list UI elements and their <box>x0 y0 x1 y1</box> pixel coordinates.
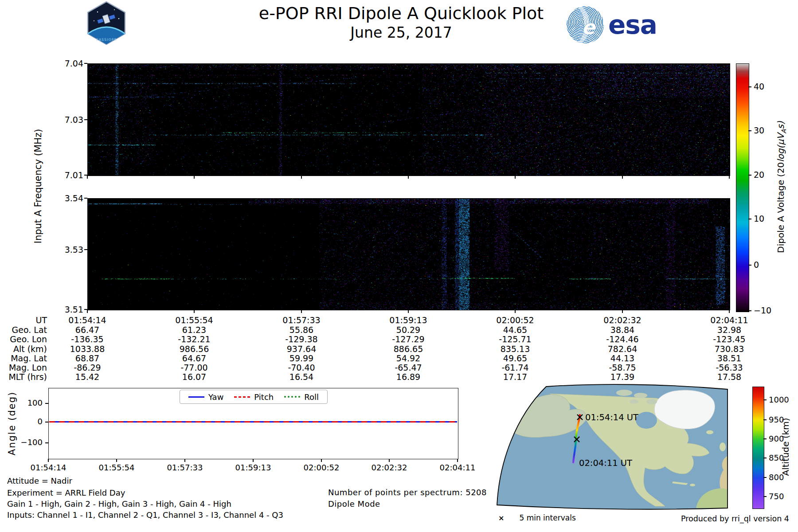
table-cell: -61.74 <box>462 363 568 372</box>
axis-tick-mark <box>184 459 185 462</box>
map-iceland <box>706 430 713 434</box>
table-cell: 15.42 <box>34 372 141 382</box>
table-cell: -129.38 <box>248 334 355 344</box>
altitude-colorbar <box>752 387 764 509</box>
table-cell: -65.47 <box>355 363 462 372</box>
cassiope-logo-text: CASSIOPE <box>96 38 117 42</box>
table-cell: 61.23 <box>141 325 247 335</box>
legend-label: Pitch <box>254 392 274 402</box>
axis-tick-mark <box>748 175 751 176</box>
legend-item-pitch: Pitch <box>234 392 274 402</box>
table-cell: 782.64 <box>569 344 676 354</box>
table-cell: 66.47 <box>34 325 141 335</box>
angle-xtick-label: 02:02:32 <box>363 463 416 472</box>
table-cell: 730.83 <box>676 344 782 354</box>
table-cell: 44.65 <box>462 325 568 335</box>
axis-tick-mark <box>45 403 48 404</box>
axis-tick-mark <box>408 176 409 179</box>
table-cell: -70.40 <box>248 363 355 372</box>
attitude-note: Attitude = Nadir <box>7 476 72 485</box>
colorbar-tick-label: 30 <box>754 125 764 135</box>
axis-tick-mark <box>45 442 48 443</box>
table-cell: -124.46 <box>569 334 676 344</box>
axis-tick-mark <box>763 477 767 478</box>
map-arctic-island <box>630 399 638 404</box>
quicklook-figure: CASSIOPE e-POP RRI Dipole A Quicklook Pl… <box>0 0 798 532</box>
axis-tick-mark <box>389 459 390 462</box>
axis-tick-mark <box>45 422 48 422</box>
axis-tick-mark <box>748 219 751 219</box>
axis-tick-mark <box>763 496 767 497</box>
colorbar-tick-label: 0 <box>754 260 759 270</box>
table-cell: 44.13 <box>569 353 676 363</box>
legend-item-roll: Roll <box>284 392 319 402</box>
axis-tick-mark <box>763 399 767 400</box>
axis-tick-mark <box>301 176 302 179</box>
freq-tick-label: 3.54 <box>56 193 83 203</box>
legend-label: Yaw <box>208 392 223 402</box>
ground-track-map: 01:54:14 UT 02:04:11 UT <box>470 380 736 511</box>
gain-note: Gain 1 - High, Gain 2 - High, Gain 3 - H… <box>7 499 231 509</box>
axis-tick-mark <box>84 198 87 199</box>
voltage-colorbar <box>736 63 749 312</box>
map-hispaniola <box>690 484 695 486</box>
table-cell: -58.75 <box>569 363 676 372</box>
freq-tick-label: 3.53 <box>56 245 83 254</box>
freq-tick-label: 7.01 <box>56 170 83 180</box>
axis-tick-mark <box>763 438 767 439</box>
map-uk <box>720 442 726 451</box>
table-cell: -86.29 <box>34 363 141 372</box>
track-start-label: 01:54:14 UT <box>585 412 638 422</box>
colorbar-tick-label: 900 <box>769 434 784 443</box>
axis-tick-mark <box>763 419 767 420</box>
legend-label: Roll <box>304 392 319 402</box>
spectrogram-7mhz-panel <box>87 63 730 176</box>
table-cell: 55.86 <box>248 325 355 335</box>
axis-tick-mark <box>622 176 623 179</box>
esa-logo: e esa <box>567 6 657 43</box>
table-cell: 59.99 <box>248 353 355 363</box>
colorbar-tick-label: 20 <box>754 170 764 180</box>
angle-xtick-label: 01:54:14 <box>22 463 75 472</box>
altitude-colorbar-label: Altitude (km) <box>780 418 791 476</box>
freq-tick-label: 7.03 <box>56 115 83 125</box>
credit-text: Produced by rri_ql version 4 <box>681 514 789 523</box>
colorbar-tick-label: 750 <box>769 492 784 501</box>
table-cell: -125.71 <box>462 334 568 344</box>
table-cell: 16.89 <box>355 372 462 382</box>
table-cell: 886.65 <box>355 344 462 354</box>
angle-ytick-label: 100 <box>15 398 43 407</box>
table-cell: -132.21 <box>141 334 247 344</box>
inputs-note: Inputs: Channel 1 - I1, Channel 2 - Q1, … <box>7 510 283 520</box>
table-cell: 02:00:52 <box>462 315 568 325</box>
colorbar-tick-label: −10 <box>754 305 771 315</box>
angle-xtick-label: 02:00:52 <box>295 463 348 472</box>
colorbar-tick-label: 950 <box>769 415 784 424</box>
axis-tick-mark <box>729 176 730 179</box>
map-arctic-island <box>646 399 657 404</box>
map-hudson-bay <box>636 412 657 429</box>
table-cell: 49.65 <box>462 353 568 363</box>
yaw-line-sample <box>188 396 204 398</box>
axis-tick-mark <box>253 459 254 462</box>
esa-globe-icon: e <box>567 6 604 43</box>
table-cell: 1033.88 <box>34 344 141 354</box>
colorbar-tick-label: 10 <box>754 214 764 223</box>
pitch-line <box>49 421 457 422</box>
axis-tick-mark <box>515 176 516 179</box>
axis-tick-mark <box>457 459 458 462</box>
table-cell: 01:57:33 <box>248 315 355 325</box>
axis-tick-mark <box>622 310 623 313</box>
angle-xtick-label: 01:59:13 <box>227 463 280 472</box>
table-cell: 16.07 <box>141 372 247 382</box>
axis-tick-mark <box>116 459 117 462</box>
axis-tick-mark <box>84 63 87 64</box>
table-cell: 64.67 <box>141 353 247 363</box>
axis-tick-mark <box>194 310 195 313</box>
table-cell: 68.87 <box>34 353 141 363</box>
table-cell: -56.33 <box>676 363 782 372</box>
axis-tick-mark <box>301 310 302 313</box>
attitude-legend: Yaw Pitch Roll <box>180 390 328 404</box>
experiment-note: Experiment = ARRL Field Day <box>7 488 125 497</box>
axis-tick-mark <box>748 310 751 311</box>
